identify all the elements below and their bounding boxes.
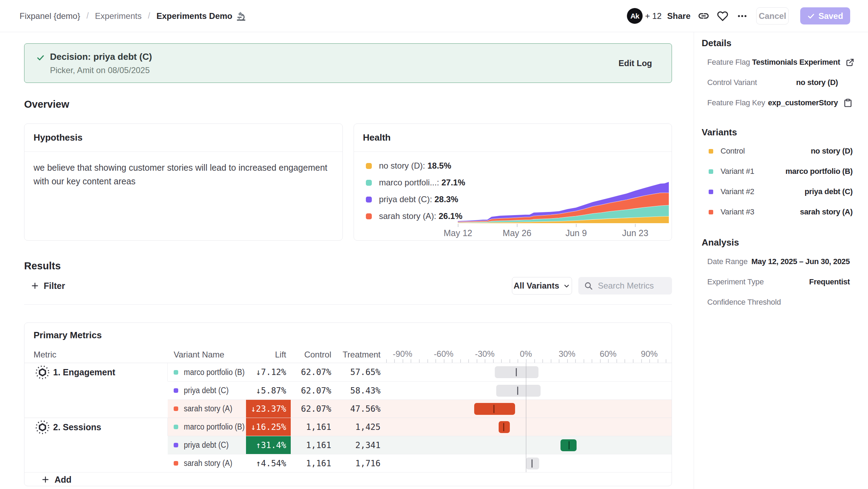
check-icon [807, 12, 815, 20]
variant-swatch [709, 210, 713, 214]
decision-banner: Decision: priya debt (C) Picker, Amit on… [24, 43, 672, 83]
confidence-interval-cell [384, 363, 672, 381]
legend-item[interactable]: marco portfoli...: 27.1% [366, 174, 465, 191]
avatar[interactable]: Ak [627, 8, 643, 24]
add-metric-button[interactable]: Add [41, 475, 72, 485]
x-tick-label: May 26 [503, 228, 531, 238]
variant-label: Control [721, 147, 745, 156]
ruler-tick [419, 359, 420, 363]
column-header-metric: Metric [24, 347, 168, 363]
health-x-axis: May 12May 26Jun 9Jun 23 [458, 223, 670, 239]
variant-cell: sarah story (A) [168, 399, 246, 418]
axis-label: 30% [559, 349, 576, 359]
variants-dropdown-value: All Variants [514, 281, 559, 291]
variant-label: Variant #3 [721, 207, 754, 217]
variant-label: Variant #2 [721, 187, 754, 196]
variant-swatch [174, 443, 178, 447]
avatar-initials: Ak [630, 12, 639, 20]
breadcrumb-experiments[interactable]: Experiments [95, 11, 142, 21]
results-divider [24, 304, 672, 305]
variant-cell: sarah story (A) [168, 454, 246, 472]
analysis-row: Experiment Type Frequentist [702, 272, 860, 292]
search-metrics-box[interactable] [578, 277, 672, 295]
legend-swatch [366, 197, 372, 203]
variants-dropdown[interactable]: All Variants [512, 277, 572, 295]
detail-value[interactable]: no story (D) [796, 78, 838, 87]
edit-log-button[interactable]: Edit Log [619, 58, 652, 68]
legend-label: marco portfoli...: [379, 178, 439, 187]
lift-point-marker [516, 368, 517, 376]
zero-baseline [526, 363, 527, 472]
favorite-button[interactable] [717, 10, 728, 22]
detail-label: Feature Flag Key [702, 98, 765, 107]
analysis-label: Confidence Threshold [702, 298, 781, 307]
ruler-tick [584, 359, 584, 363]
analysis-rows: Date Range May 12, 2025 – Jun 30, 2025 E… [702, 251, 860, 312]
metric-name: 1. Engagement [53, 367, 115, 377]
lift-value: ↑4.54% [246, 454, 291, 472]
ruler-tick [509, 359, 510, 363]
legend-item[interactable]: priya debt (C): 28.3% [366, 191, 465, 208]
detail-value[interactable]: exp_customerStory [768, 98, 838, 107]
health-legend: no story (D): 18.5% marco portfoli...: 2… [366, 157, 465, 225]
breadcrumb-project[interactable]: Fixpanel {demo} [20, 11, 80, 21]
collaborators-count[interactable]: + 12 [645, 11, 661, 21]
ruler-tick [427, 359, 428, 363]
variant-cell: priya debt (C) [168, 381, 246, 399]
control-value: 1,161 [291, 454, 335, 472]
ruler-tick [542, 359, 543, 363]
primary-metrics-title: Primary Metrics [24, 323, 672, 347]
confidence-interval-bar[interactable] [496, 385, 541, 397]
detail-row: Feature Flag Key exp_customerStory [702, 93, 860, 113]
saved-label: Saved [818, 11, 843, 21]
check-icon [36, 54, 45, 62]
variant-label: Variant #1 [721, 167, 754, 176]
add-filter-button[interactable]: Filter [31, 281, 65, 291]
metric-icon [35, 420, 50, 434]
lift-value: ↓23.37% [246, 399, 291, 418]
saved-button[interactable]: Saved [800, 7, 850, 24]
variant-name: marco portfolio (B) [184, 422, 245, 432]
hypothesis-text: we believe that showing customer stories… [24, 152, 342, 197]
legend-value: 28.3% [432, 194, 458, 204]
treatment-value: 58.43% [335, 381, 384, 399]
microscope-icon [236, 11, 246, 21]
x-tick-label: Jun 9 [565, 228, 587, 238]
metric-name: 2. Sessions [53, 422, 101, 432]
copy-icon[interactable] [838, 98, 853, 108]
external-link-icon[interactable] [840, 58, 855, 67]
lift-axis-header: -90%-60%-30%0%30%60%90% [384, 347, 672, 363]
share-button[interactable]: Share [667, 11, 690, 21]
ruler-tick [435, 359, 436, 363]
confidence-interval-bar[interactable] [474, 403, 515, 415]
ruler-tick [403, 359, 403, 363]
lift-value: ↓16.25% [246, 418, 291, 436]
more-options-button[interactable] [737, 10, 748, 22]
legend-label: sarah story (A): [379, 211, 436, 221]
metric-cell: 1. Engagement [24, 363, 168, 381]
variant-swatch [174, 406, 178, 411]
copy-link-button[interactable] [698, 10, 709, 22]
ruler-tick [624, 359, 625, 363]
variant-swatch [709, 149, 713, 154]
cancel-button[interactable]: Cancel [756, 7, 789, 24]
ellipsis-icon [737, 10, 748, 22]
ruler-tick [658, 359, 658, 363]
column-header-lift: Lift [246, 347, 291, 363]
metrics-table-footer: Add [24, 472, 672, 486]
column-header-control: Control [291, 347, 335, 363]
legend-item[interactable]: sarah story (A): 26.1% [366, 208, 465, 225]
ruler-tick [501, 359, 502, 363]
variant-row: Variant #1 marco portfolio (B) [702, 161, 860, 182]
confidence-interval-bar[interactable] [499, 421, 510, 433]
variants-heading: Variants [702, 127, 860, 138]
lift-value: ↓7.12% [246, 363, 291, 381]
variant-name: priya debt (C) [184, 386, 229, 395]
search-metrics-input[interactable] [598, 281, 668, 291]
legend-item[interactable]: no story (D): 18.5% [366, 157, 465, 174]
top-bar: Fixpanel {demo} / Experiments / Experime… [0, 0, 868, 32]
detail-value[interactable]: Testimonials Experiment [752, 58, 840, 67]
confidence-interval-bar[interactable] [526, 458, 539, 469]
decision-title: Decision: priya debt (C) [50, 51, 619, 62]
health-title: Health [354, 124, 672, 152]
